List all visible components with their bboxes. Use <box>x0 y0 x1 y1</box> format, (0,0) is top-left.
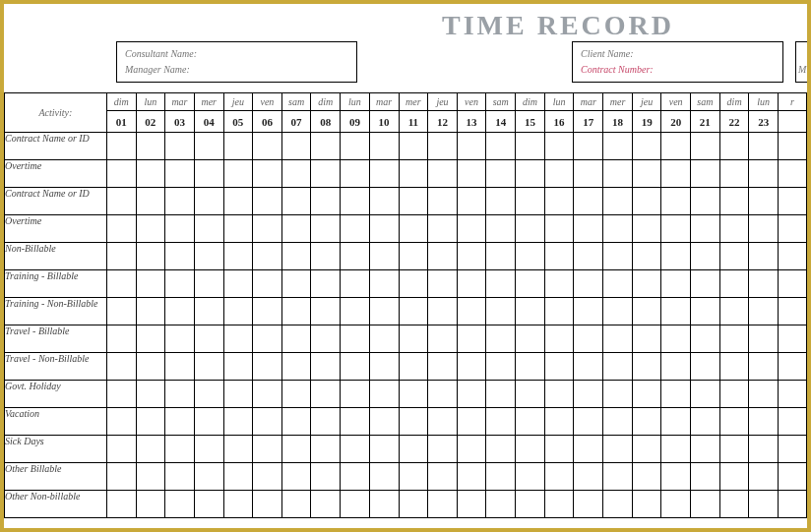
time-cell[interactable] <box>311 133 341 160</box>
time-cell[interactable] <box>428 188 457 215</box>
time-cell[interactable] <box>661 408 691 436</box>
time-cell[interactable] <box>544 408 574 436</box>
time-cell[interactable] <box>544 133 574 160</box>
time-cell[interactable] <box>778 491 806 518</box>
time-cell[interactable] <box>369 160 399 188</box>
time-cell[interactable] <box>341 243 370 270</box>
time-cell[interactable] <box>194 436 223 463</box>
time-cell[interactable] <box>603 270 633 298</box>
time-cell[interactable] <box>574 215 603 243</box>
time-cell[interactable] <box>106 436 136 463</box>
time-cell[interactable] <box>281 408 311 436</box>
time-cell[interactable] <box>719 325 749 353</box>
time-cell[interactable] <box>574 353 603 381</box>
time-cell[interactable] <box>778 408 806 436</box>
time-cell[interactable] <box>399 491 428 518</box>
time-cell[interactable] <box>574 381 603 408</box>
time-cell[interactable] <box>399 463 428 491</box>
time-cell[interactable] <box>223 408 252 436</box>
time-cell[interactable] <box>457 436 486 463</box>
time-cell[interactable] <box>603 353 633 381</box>
time-cell[interactable] <box>457 133 486 160</box>
time-cell[interactable] <box>341 160 370 188</box>
time-cell[interactable] <box>574 243 603 270</box>
time-cell[interactable] <box>778 298 806 325</box>
time-cell[interactable] <box>194 381 223 408</box>
time-cell[interactable] <box>399 325 428 353</box>
time-cell[interactable] <box>106 325 136 353</box>
time-cell[interactable] <box>281 243 311 270</box>
time-cell[interactable] <box>341 270 370 298</box>
time-cell[interactable] <box>544 325 574 353</box>
time-cell[interactable] <box>106 215 136 243</box>
time-cell[interactable] <box>516 491 545 518</box>
time-cell[interactable] <box>516 463 545 491</box>
time-cell[interactable] <box>311 491 341 518</box>
time-cell[interactable] <box>719 381 749 408</box>
time-cell[interactable] <box>428 353 457 381</box>
time-cell[interactable] <box>661 243 691 270</box>
time-cell[interactable] <box>311 408 341 436</box>
time-cell[interactable] <box>516 270 545 298</box>
time-cell[interactable] <box>486 133 516 160</box>
time-cell[interactable] <box>253 491 282 518</box>
time-cell[interactable] <box>690 215 719 243</box>
time-cell[interactable] <box>369 298 399 325</box>
time-cell[interactable] <box>661 325 691 353</box>
time-cell[interactable] <box>281 188 311 215</box>
time-cell[interactable] <box>719 215 749 243</box>
time-cell[interactable] <box>399 436 428 463</box>
time-cell[interactable] <box>253 133 282 160</box>
time-cell[interactable] <box>281 353 311 381</box>
time-cell[interactable] <box>399 133 428 160</box>
time-cell[interactable] <box>778 353 806 381</box>
time-cell[interactable] <box>486 270 516 298</box>
time-cell[interactable] <box>165 408 195 436</box>
time-cell[interactable] <box>516 243 545 270</box>
time-cell[interactable] <box>136 408 165 436</box>
time-cell[interactable] <box>311 325 341 353</box>
time-cell[interactable] <box>749 353 779 381</box>
time-cell[interactable] <box>106 160 136 188</box>
time-cell[interactable] <box>136 325 165 353</box>
time-cell[interactable] <box>136 243 165 270</box>
time-cell[interactable] <box>428 298 457 325</box>
time-cell[interactable] <box>486 298 516 325</box>
time-cell[interactable] <box>661 133 691 160</box>
time-cell[interactable] <box>399 381 428 408</box>
time-cell[interactable] <box>719 491 749 518</box>
time-cell[interactable] <box>778 436 806 463</box>
time-cell[interactable] <box>574 436 603 463</box>
time-cell[interactable] <box>136 298 165 325</box>
time-cell[interactable] <box>311 463 341 491</box>
time-cell[interactable] <box>516 436 545 463</box>
time-cell[interactable] <box>574 160 603 188</box>
time-cell[interactable] <box>223 188 252 215</box>
time-cell[interactable] <box>223 325 252 353</box>
time-cell[interactable] <box>690 298 719 325</box>
time-cell[interactable] <box>428 381 457 408</box>
time-cell[interactable] <box>632 215 660 243</box>
time-cell[interactable] <box>516 298 545 325</box>
time-cell[interactable] <box>281 160 311 188</box>
time-cell[interactable] <box>194 270 223 298</box>
time-cell[interactable] <box>457 270 486 298</box>
time-cell[interactable] <box>516 381 545 408</box>
time-cell[interactable] <box>399 160 428 188</box>
time-cell[interactable] <box>341 215 370 243</box>
time-cell[interactable] <box>428 133 457 160</box>
time-cell[interactable] <box>603 325 633 353</box>
time-cell[interactable] <box>544 215 574 243</box>
time-cell[interactable] <box>486 188 516 215</box>
time-cell[interactable] <box>253 215 282 243</box>
time-cell[interactable] <box>136 463 165 491</box>
time-cell[interactable] <box>749 436 779 463</box>
time-cell[interactable] <box>369 463 399 491</box>
time-cell[interactable] <box>690 408 719 436</box>
time-cell[interactable] <box>457 215 486 243</box>
time-cell[interactable] <box>749 215 779 243</box>
time-cell[interactable] <box>194 243 223 270</box>
time-cell[interactable] <box>603 491 633 518</box>
time-cell[interactable] <box>690 325 719 353</box>
time-cell[interactable] <box>428 270 457 298</box>
